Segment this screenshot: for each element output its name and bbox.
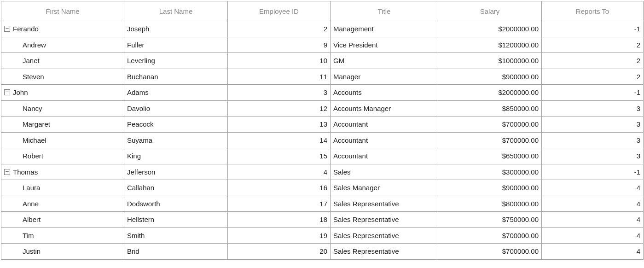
cell-employeeid[interactable]: 13 (228, 117, 331, 132)
cell-firstname[interactable]: John (1, 85, 124, 100)
column-header-reportsto[interactable]: Reports To (542, 1, 643, 21)
cell-reportsto[interactable]: 4 (542, 228, 643, 244)
cell-lastname[interactable]: Suyama (124, 133, 228, 148)
cell-reportsto[interactable]: 3 (542, 117, 643, 132)
table-row[interactable]: JustinBrid20Sales Representative$700000.… (1, 244, 643, 259)
cell-title[interactable]: Sales (331, 164, 438, 180)
cell-title[interactable]: Sales Representative (331, 212, 438, 227)
cell-reportsto[interactable]: 3 (542, 148, 643, 164)
collapse-icon[interactable] (4, 26, 10, 32)
cell-lastname[interactable]: Buchanan (124, 69, 228, 85)
cell-lastname[interactable]: Joseph (124, 21, 228, 37)
cell-salary[interactable]: $900000.00 (438, 69, 542, 85)
cell-firstname[interactable]: Albert (1, 212, 124, 227)
cell-reportsto[interactable]: 4 (542, 180, 643, 196)
cell-lastname[interactable]: Fuller (124, 37, 228, 53)
column-header-lastname[interactable]: Last Name (124, 1, 228, 21)
cell-employeeid[interactable]: 11 (228, 69, 331, 85)
cell-employeeid[interactable]: 15 (228, 148, 331, 164)
cell-employeeid[interactable]: 12 (228, 101, 331, 117)
cell-title[interactable]: Management (331, 21, 438, 37)
cell-salary[interactable]: $1000000.00 (438, 53, 542, 69)
cell-employeeid[interactable]: 9 (228, 37, 331, 53)
cell-lastname[interactable]: Hellstern (124, 212, 228, 227)
cell-firstname[interactable]: Steven (1, 69, 124, 85)
table-row[interactable]: ThomasJefferson4Sales$300000.00-1 (1, 164, 643, 181)
cell-employeeid[interactable]: 2 (228, 21, 331, 37)
cell-employeeid[interactable]: 14 (228, 133, 331, 148)
table-row[interactable]: RobertKing15Accountant$650000.003 (1, 148, 643, 164)
collapse-icon[interactable] (4, 89, 10, 95)
cell-firstname[interactable]: Anne (1, 196, 124, 212)
cell-salary[interactable]: $650000.00 (438, 148, 542, 164)
cell-firstname[interactable]: Ferando (1, 21, 124, 37)
cell-salary[interactable]: $1200000.00 (438, 37, 542, 53)
cell-salary[interactable]: $700000.00 (438, 244, 542, 259)
collapse-icon[interactable] (4, 169, 10, 175)
table-row[interactable]: StevenBuchanan11Manager$900000.002 (1, 69, 643, 85)
cell-salary[interactable]: $300000.00 (438, 164, 542, 180)
cell-reportsto[interactable]: 3 (542, 101, 643, 117)
cell-title[interactable]: GM (331, 53, 438, 69)
cell-reportsto[interactable]: 2 (542, 53, 643, 69)
table-row[interactable]: AlbertHellstern18Sales Representative$75… (1, 212, 643, 228)
cell-reportsto[interactable]: 4 (542, 196, 643, 212)
cell-title[interactable]: Sales Representative (331, 228, 438, 244)
cell-lastname[interactable]: Dodsworth (124, 196, 228, 212)
cell-salary[interactable]: $850000.00 (438, 101, 542, 117)
cell-lastname[interactable]: King (124, 148, 228, 164)
cell-reportsto[interactable]: 4 (542, 212, 643, 227)
cell-title[interactable]: Manager (331, 69, 438, 85)
cell-employeeid[interactable]: 10 (228, 53, 331, 69)
cell-lastname[interactable]: Brid (124, 244, 228, 259)
cell-salary[interactable]: $900000.00 (438, 180, 542, 196)
cell-reportsto[interactable]: 2 (542, 37, 643, 53)
cell-firstname[interactable]: Justin (1, 244, 124, 259)
table-row[interactable]: LauraCallahan16Sales Manager$900000.004 (1, 180, 643, 196)
cell-employeeid[interactable]: 4 (228, 164, 331, 180)
cell-salary[interactable]: $750000.00 (438, 212, 542, 227)
cell-title[interactable]: Accounts Manager (331, 101, 438, 117)
cell-lastname[interactable]: Leverling (124, 53, 228, 69)
table-row[interactable]: TimSmith19Sales Representative$700000.00… (1, 228, 643, 244)
table-row[interactable]: NancyDavolio12Accounts Manager$850000.00… (1, 101, 643, 117)
cell-employeeid[interactable]: 20 (228, 244, 331, 259)
cell-firstname[interactable]: Robert (1, 148, 124, 164)
cell-employeeid[interactable]: 17 (228, 196, 331, 212)
cell-title[interactable]: Accounts (331, 85, 438, 100)
cell-reportsto[interactable]: 4 (542, 244, 643, 259)
cell-firstname[interactable]: Janet (1, 53, 124, 69)
cell-reportsto[interactable]: -1 (542, 21, 643, 37)
cell-employeeid[interactable]: 16 (228, 180, 331, 196)
cell-title[interactable]: Sales Representative (331, 244, 438, 259)
cell-title[interactable]: Sales Representative (331, 196, 438, 212)
cell-lastname[interactable]: Smith (124, 228, 228, 244)
cell-salary[interactable]: $700000.00 (438, 228, 542, 244)
table-row[interactable]: AnneDodsworth17Sales Representative$8000… (1, 196, 643, 212)
cell-reportsto[interactable]: 3 (542, 133, 643, 148)
table-row[interactable]: JohnAdams3Accounts$2000000.00-1 (1, 85, 643, 101)
cell-reportsto[interactable]: 2 (542, 69, 643, 85)
cell-salary[interactable]: $700000.00 (438, 117, 542, 132)
cell-lastname[interactable]: Callahan (124, 180, 228, 196)
column-header-firstname[interactable]: First Name (1, 1, 124, 21)
column-header-title[interactable]: Title (331, 1, 438, 21)
table-row[interactable]: MichaelSuyama14Accountant$700000.003 (1, 133, 643, 149)
cell-salary[interactable]: $800000.00 (438, 196, 542, 212)
cell-employeeid[interactable]: 19 (228, 228, 331, 244)
cell-firstname[interactable]: Andrew (1, 37, 124, 53)
cell-lastname[interactable]: Davolio (124, 101, 228, 117)
table-row[interactable]: AndrewFuller9Vice President$1200000.002 (1, 37, 643, 53)
cell-firstname[interactable]: Laura (1, 180, 124, 196)
cell-title[interactable]: Accountant (331, 148, 438, 164)
cell-firstname[interactable]: Margaret (1, 117, 124, 132)
cell-title[interactable]: Vice President (331, 37, 438, 53)
cell-reportsto[interactable]: -1 (542, 164, 643, 180)
cell-employeeid[interactable]: 18 (228, 212, 331, 227)
cell-firstname[interactable]: Nancy (1, 101, 124, 117)
cell-lastname[interactable]: Adams (124, 85, 228, 100)
table-row[interactable]: MargaretPeacock13Accountant$700000.003 (1, 117, 643, 133)
cell-lastname[interactable]: Peacock (124, 117, 228, 132)
cell-title[interactable]: Accountant (331, 133, 438, 148)
cell-reportsto[interactable]: -1 (542, 85, 643, 100)
